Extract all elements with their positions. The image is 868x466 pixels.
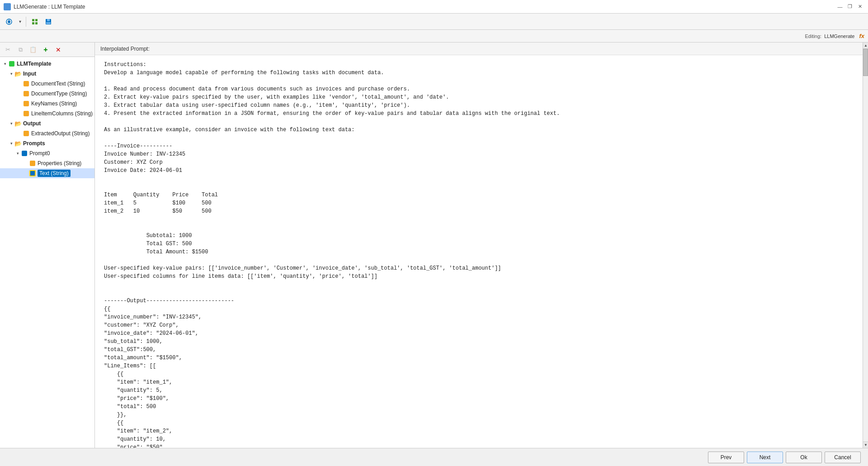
tree-item-properties[interactable]: Properties (String) (0, 158, 94, 168)
documenttext-icon (23, 80, 30, 87)
editing-value: LLMGenerate (824, 33, 854, 39)
fx-symbol: fx (859, 33, 864, 39)
expand-icon-prompt0: ▾ (14, 150, 21, 157)
save-button[interactable] (42, 15, 55, 28)
back-button[interactable] (3, 15, 15, 28)
left-toolbar: ✂ ⧉ 📋 + ✕ (0, 43, 94, 57)
expand-icon-documenttype (16, 90, 23, 97)
scroll-down-arrow[interactable]: ▼ (863, 442, 868, 448)
scrollbar-track (863, 49, 868, 442)
editing-label: Editing: (805, 33, 821, 39)
tree-item-keynames[interactable]: KeyNames (String) (0, 99, 94, 109)
cut-button[interactable]: ✂ (2, 44, 14, 56)
keynames-icon (23, 100, 30, 107)
app-icon (4, 3, 11, 10)
tree-item-lineitemcolumns[interactable]: LineItemColumns (String) (0, 109, 94, 119)
separator-1 (26, 17, 26, 27)
documenttext-label: DocumentText (String) (31, 81, 85, 87)
right-scrollbar[interactable]: ▲ ▼ (863, 43, 868, 448)
tree-item-text[interactable]: Text (String) (0, 168, 94, 178)
prompt-content[interactable]: Instructions: Develop a language model c… (95, 55, 863, 448)
scrollbar-thumb[interactable] (863, 49, 868, 76)
copy-button[interactable]: ⧉ (14, 44, 26, 56)
expand-icon-documenttext (16, 81, 23, 87)
editing-bar: Editing: LLMGenerate fx (0, 30, 868, 43)
ok-button[interactable]: Ok (786, 452, 822, 463)
expand-icon-input: ▾ (8, 71, 14, 77)
tree-item-prompt0[interactable]: ▾ Prompt0 (0, 148, 94, 158)
title-controls: — ❐ ✕ (835, 2, 864, 11)
minimize-button[interactable]: — (835, 2, 844, 11)
prompts-icon: 📂 (14, 140, 22, 147)
lineitemcolumns-label: LineItemColumns (String) (31, 110, 93, 117)
tree-item-documenttext[interactable]: DocumentText (String) (0, 79, 94, 89)
title-bar: LLMGenerate : LLM Template — ❐ ✕ (0, 0, 868, 14)
tree-item-llmtemplate[interactable]: ▾ LLMTemplate (0, 59, 94, 69)
left-panel: ✂ ⧉ 📋 + ✕ ▾ LLMTemplate ▾ 📂 Input (0, 43, 95, 448)
lineitemcolumns-icon (23, 110, 30, 117)
output-label: Output (23, 120, 41, 127)
right-panel: Interpolated Prompt: Instructions: Devel… (95, 43, 863, 448)
prompts-label: Prompts (23, 140, 45, 147)
dropdown-button[interactable]: ▾ (16, 15, 24, 28)
documenttype-label: DocumentType (String) (31, 90, 87, 97)
tree-item-prompts[interactable]: ▾ 📂 Prompts (0, 138, 94, 148)
bottom-bar: Prev Next Ok Cancel (0, 448, 868, 466)
prev-button[interactable]: Prev (708, 452, 744, 463)
expand-icon-llmtemplate: ▾ (2, 61, 8, 67)
prompt0-icon (21, 150, 28, 157)
prompt-label-bar: Interpolated Prompt: (95, 43, 863, 55)
expand-icon-text (23, 170, 29, 176)
window-title: LLMGenerate : LLM Template (14, 4, 85, 10)
extractedoutput-label: ExtractedOutput (String) (31, 130, 90, 137)
tree-item-output[interactable]: ▾ 📂 Output (0, 119, 94, 128)
close-button[interactable]: ✕ (855, 2, 864, 11)
properties-label: Properties (String) (38, 160, 81, 166)
cancel-button[interactable]: Cancel (825, 452, 861, 463)
restore-button[interactable]: ❐ (845, 2, 854, 11)
tree-item-documenttype[interactable]: DocumentType (String) (0, 89, 94, 99)
input-label: Input (23, 71, 36, 77)
svg-rect-8 (46, 22, 51, 24)
svg-rect-7 (47, 19, 50, 21)
tree-panel: ▾ LLMTemplate ▾ 📂 Input DocumentText (St… (0, 57, 94, 448)
prompt0-label: Prompt0 (29, 150, 50, 157)
svg-rect-2 (32, 19, 34, 21)
paste-button[interactable]: 📋 (27, 44, 39, 56)
text-label: Text (String) (38, 170, 71, 177)
add-button[interactable]: + (40, 44, 52, 56)
delete-button[interactable]: ✕ (52, 44, 64, 56)
tree-item-extractedoutput[interactable]: ExtractedOutput (String) (0, 128, 94, 138)
input-icon: 📂 (14, 70, 22, 77)
svg-rect-4 (32, 22, 34, 24)
scroll-up-arrow[interactable]: ▲ (863, 43, 868, 49)
llmtemplate-label: LLMTemplate (17, 61, 51, 67)
main-content: ✂ ⧉ 📋 + ✕ ▾ LLMTemplate ▾ 📂 Input (0, 43, 868, 448)
expand-icon-keynames (16, 100, 23, 107)
keynames-label: KeyNames (String) (31, 100, 77, 107)
expand-icon-prompts: ▾ (8, 140, 14, 147)
back-icon (5, 18, 13, 25)
main-toolbar: ▾ (0, 14, 868, 30)
output-icon: 📂 (14, 120, 22, 127)
expand-icon-output: ▾ (8, 120, 14, 127)
next-button[interactable]: Next (747, 452, 783, 463)
expand-icon-lineitemcolumns (16, 110, 23, 117)
prompt-label: Interpolated Prompt: (100, 46, 150, 52)
documenttype-icon (23, 90, 30, 97)
extractedoutput-icon (23, 130, 30, 137)
expand-icon-properties (23, 160, 29, 166)
home-button[interactable] (28, 15, 41, 28)
home-icon (31, 18, 38, 25)
properties-icon (29, 160, 36, 167)
title-bar-left: LLMGenerate : LLM Template (4, 3, 85, 10)
save-icon (45, 18, 52, 25)
tree-item-input[interactable]: ▾ 📂 Input (0, 69, 94, 79)
svg-rect-5 (35, 22, 38, 24)
llmtemplate-icon (8, 60, 15, 67)
text-icon (29, 170, 36, 177)
expand-icon-extractedoutput (16, 130, 23, 137)
svg-rect-3 (35, 19, 38, 21)
